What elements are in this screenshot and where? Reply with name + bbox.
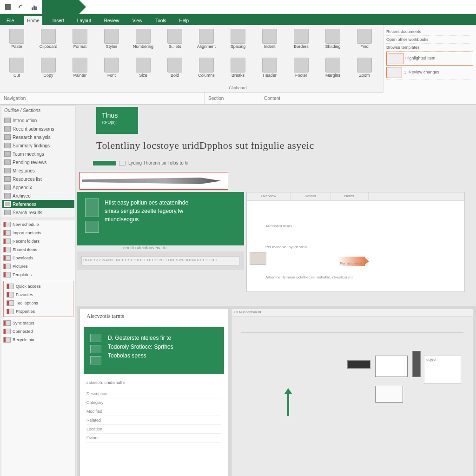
- ribbon-button[interactable]: Margins: [319, 56, 347, 85]
- ribbon-tab-file[interactable]: File: [4, 16, 17, 25]
- preview-tab[interactable]: Notes: [331, 192, 369, 200]
- nav-item[interactable]: Resources list: [2, 175, 74, 183]
- ribbon-button[interactable]: Cut: [3, 56, 31, 85]
- side-panel-line[interactable]: Browse templates: [386, 44, 473, 52]
- nav-item[interactable]: Research analysis: [2, 133, 74, 141]
- nav2-highlight-box: Quick accessFavoritesTool optionsPropert…: [3, 281, 73, 317]
- ribbon-button[interactable]: Size: [129, 56, 157, 85]
- ribbon-button[interactable]: Zoom: [350, 56, 378, 85]
- palette-object-bar[interactable]: [412, 351, 421, 377]
- nav-item[interactable]: Introduction: [2, 116, 74, 125]
- ribbon-button[interactable]: Alignment: [192, 27, 220, 56]
- ribbon-button[interactable]: Numbering: [129, 27, 157, 56]
- list-item[interactable]: Modified: [86, 407, 221, 416]
- list-item[interactable]: Category: [86, 398, 221, 407]
- nav-item[interactable]: Team meetings: [2, 150, 74, 158]
- section-bar-left[interactable]: Navigation: [0, 93, 205, 104]
- nav2-item[interactable]: New schedule: [1, 220, 75, 229]
- ribbon-button-label: Copy: [43, 73, 53, 78]
- ribbon-button[interactable]: Header: [256, 56, 284, 85]
- list-item[interactable]: Location: [86, 425, 221, 434]
- nav2-item[interactable]: Recycle bin: [1, 336, 75, 344]
- ribbon-button-icon: [41, 29, 56, 44]
- side-panel-line[interactable]: Recent documents: [386, 28, 473, 36]
- nav2-item[interactable]: Import contacts: [1, 229, 75, 237]
- ribbon-tab-insert[interactable]: Insert: [50, 16, 67, 25]
- ribbon-button[interactable]: Shading: [319, 27, 347, 56]
- preview-tab[interactable]: Details: [291, 192, 330, 200]
- ribbon-button-label: Cut: [13, 73, 20, 78]
- highlighted-input-frame[interactable]: [79, 172, 228, 190]
- ribbon-button[interactable]: Footer: [287, 56, 315, 85]
- ribbon-tab-home[interactable]: Home: [24, 16, 42, 25]
- ribbon-button[interactable]: Find: [350, 27, 378, 56]
- nav-item[interactable]: References: [2, 200, 74, 208]
- ribbon-tab-help[interactable]: Help: [177, 16, 192, 25]
- ribbon-button[interactable]: Borders: [287, 27, 315, 56]
- ribbon-button-label: Margins: [325, 73, 340, 78]
- nav2-boxed-item[interactable]: Favorites: [5, 291, 72, 299]
- nav-item[interactable]: Recent submissions: [2, 125, 74, 133]
- nav2-item[interactable]: Connected: [1, 327, 75, 336]
- ribbon-button-label: Indent: [264, 45, 275, 49]
- ribbon-button[interactable]: Columns: [192, 56, 220, 85]
- ribbon-button[interactable]: Bold: [161, 56, 189, 85]
- nav-item[interactable]: Pending reviews: [2, 158, 74, 166]
- ribbon-button[interactable]: Spacing: [224, 27, 252, 56]
- section-bar-right[interactable]: Content: [260, 93, 476, 104]
- list-item[interactable]: Owner: [86, 434, 221, 443]
- ribbon-tab-tools[interactable]: Tools: [152, 16, 169, 25]
- qat-save-icon[interactable]: [2, 1, 14, 13]
- nav2-item[interactable]: Downloads: [1, 254, 75, 262]
- ribbon-button[interactable]: Paste: [3, 27, 31, 56]
- section-bar-mid[interactable]: Section: [205, 93, 260, 104]
- nav2-boxed-item[interactable]: Tool options: [5, 299, 72, 307]
- preview-text: Arhemnet femmer octather ser nohohin, di…: [265, 275, 353, 279]
- nav2-item[interactable]: Recent folders: [1, 237, 75, 245]
- side-panel-line[interactable]: Open other workbooks: [386, 36, 473, 44]
- side-panel-thumb-icon: [388, 53, 403, 64]
- ribbon-button[interactable]: Copy: [34, 56, 62, 85]
- ribbon-button[interactable]: Styles: [98, 27, 126, 56]
- file-tab-indicator[interactable]: [42, 0, 79, 14]
- list-item[interactable]: Description: [86, 390, 221, 398]
- callout-panel-1: Htist easy poltlun oes ateatenlhde smias…: [77, 192, 244, 245]
- qat-chart-icon[interactable]: [28, 1, 40, 13]
- ribbon-tab-view[interactable]: View: [130, 16, 145, 25]
- nav2-boxed-item[interactable]: Quick access: [5, 282, 72, 291]
- nav-item[interactable]: Archived: [2, 192, 74, 200]
- list-item[interactable]: Related: [86, 416, 221, 425]
- ribbon-button-label: Header: [263, 73, 277, 78]
- ribbon-button[interactable]: Format: [66, 27, 94, 56]
- ribbon-tab-layout[interactable]: Layout: [74, 16, 94, 25]
- ribbon-button[interactable]: Indent: [256, 27, 284, 56]
- preview-thumbnail-icon[interactable]: [250, 252, 266, 265]
- ribbon-button-label: Font: [107, 73, 116, 78]
- nav2-item[interactable]: Sync status: [1, 319, 75, 327]
- ribbon-button[interactable]: Breaks: [224, 56, 252, 85]
- nav-item[interactable]: Summary findings: [2, 141, 74, 150]
- palette-object-dark[interactable]: [347, 360, 370, 369]
- ribbon-button[interactable]: Bullets: [161, 27, 189, 56]
- nav-item[interactable]: Search results: [2, 208, 74, 217]
- ribbon-button-icon: [294, 29, 309, 44]
- nav-item-label: Pending reviews: [13, 160, 46, 165]
- ribbon-side-panel: Recent documents Open other workbooks Br…: [383, 25, 476, 93]
- nav2-item[interactable]: Pictures: [1, 262, 75, 271]
- nav-item[interactable]: Appendix: [2, 183, 74, 192]
- ribbon-button[interactable]: Clipboard: [34, 27, 62, 56]
- nav2-boxed-item[interactable]: Properties: [5, 307, 72, 316]
- preview-tab[interactable]: Overview: [247, 192, 291, 200]
- nav2-item[interactable]: Templates: [1, 271, 75, 279]
- ribbon-tab-review[interactable]: Review: [101, 16, 122, 25]
- checkbox-icon[interactable]: [119, 161, 126, 165]
- nav-item-icon: [4, 193, 11, 198]
- nav-header: Outline / Sections: [1, 106, 75, 115]
- ribbon-button[interactable]: Painter: [66, 56, 94, 85]
- palette-object-screen[interactable]: [375, 356, 408, 377]
- qat-undo-icon[interactable]: [15, 1, 27, 13]
- nav-item[interactable]: Milestones: [2, 166, 74, 175]
- ribbon-button[interactable]: Font: [98, 56, 126, 85]
- nav2-item[interactable]: Shared items: [1, 245, 75, 254]
- palette-object-canvas[interactable]: [375, 386, 403, 403]
